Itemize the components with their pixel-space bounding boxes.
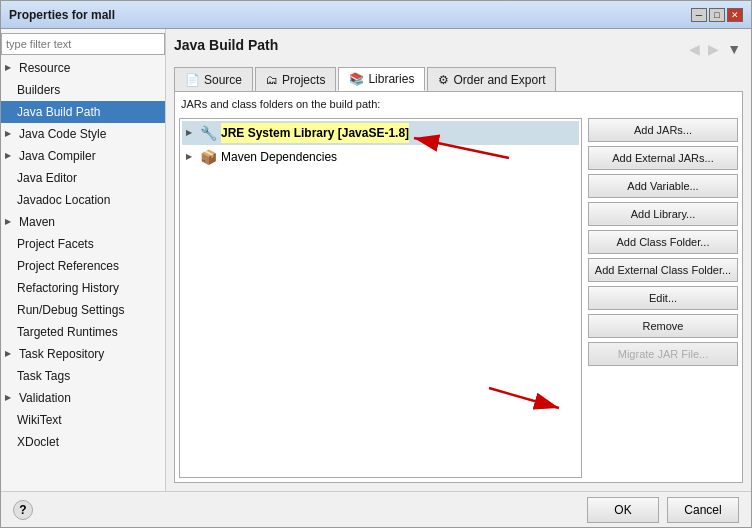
sidebar-item-wikitext[interactable]: WikiText <box>1 409 165 431</box>
close-button[interactable]: ✕ <box>727 8 743 22</box>
add-jars--button[interactable]: Add JARs... <box>588 118 738 142</box>
sidebar-item-xdoclet[interactable]: XDoclet <box>1 431 165 453</box>
sidebar-item-label: Java Compiler <box>19 147 96 165</box>
libraries-tab-icon: 📚 <box>349 72 364 86</box>
sidebar-item-resource[interactable]: ▶Resource <box>1 57 165 79</box>
add-library--button[interactable]: Add Library... <box>588 202 738 226</box>
cancel-button[interactable]: Cancel <box>667 497 739 523</box>
panel-description: JARs and class folders on the build path… <box>179 96 738 112</box>
tree-expand-icon: ▶ <box>186 147 196 167</box>
tab-libraries[interactable]: 📚Libraries <box>338 67 425 91</box>
title-bar: Properties for mall ─ □ ✕ <box>1 1 751 29</box>
dropdown-arrow[interactable]: ▼ <box>725 41 743 57</box>
libraries-panel: JARs and class folders on the build path… <box>174 91 743 483</box>
panel-body: ▶🔧JRE System Library [JavaSE-1.8]▶📦Maven… <box>179 118 738 478</box>
tree-view[interactable]: ▶🔧JRE System Library [JavaSE-1.8]▶📦Maven… <box>179 118 582 478</box>
tab-order-and-export[interactable]: ⚙Order and Export <box>427 67 556 91</box>
tab-source[interactable]: 📄Source <box>174 67 253 91</box>
sidebar: ▶ResourceBuildersJava Build Path▶Java Co… <box>1 29 166 491</box>
expand-arrow-icon: ▶ <box>5 59 15 77</box>
forward-arrow[interactable]: ▶ <box>706 41 721 57</box>
sidebar-item-label: Validation <box>19 389 71 407</box>
sidebar-item-label: Task Tags <box>17 367 70 385</box>
sidebar-item-java-code-style[interactable]: ▶Java Code Style <box>1 123 165 145</box>
add-class-folder--button[interactable]: Add Class Folder... <box>588 230 738 254</box>
sidebar-item-run/debug-settings[interactable]: Run/Debug Settings <box>1 299 165 321</box>
filter-input[interactable] <box>1 33 165 55</box>
tree-item-0[interactable]: ▶🔧JRE System Library [JavaSE-1.8] <box>182 121 579 145</box>
tree-item-label: Maven Dependencies <box>221 147 337 167</box>
sidebar-item-label: Resource <box>19 59 70 77</box>
tree-item-1[interactable]: ▶📦Maven Dependencies <box>182 145 579 169</box>
help-button[interactable]: ? <box>13 500 33 520</box>
sidebar-item-validation[interactable]: ▶Validation <box>1 387 165 409</box>
tree-expand-icon: ▶ <box>186 123 196 143</box>
sidebar-item-label: Java Editor <box>17 169 77 187</box>
sidebar-item-label: Java Build Path <box>17 103 100 121</box>
remove-button[interactable]: Remove <box>588 314 738 338</box>
sidebar-item-label: Refactoring History <box>17 279 119 297</box>
back-arrow[interactable]: ◀ <box>687 41 702 57</box>
sidebar-item-label: Builders <box>17 81 60 99</box>
sidebar-item-builders[interactable]: Builders <box>1 79 165 101</box>
right-panel: Java Build Path ◀ ▶ ▼ 📄Source🗂Projects📚L… <box>166 29 751 491</box>
sidebar-item-task-tags[interactable]: Task Tags <box>1 365 165 387</box>
tree-item-icon: 🔧 <box>200 123 217 143</box>
order and export-tab-icon: ⚙ <box>438 73 449 87</box>
tab-label: Libraries <box>368 72 414 86</box>
sidebar-item-java-build-path[interactable]: Java Build Path <box>1 101 165 123</box>
tree-item-icon: 📦 <box>200 147 217 167</box>
source-tab-icon: 📄 <box>185 73 200 87</box>
sidebar-item-targeted-runtimes[interactable]: Targeted Runtimes <box>1 321 165 343</box>
tabs-container: 📄Source🗂Projects📚Libraries⚙Order and Exp… <box>174 67 743 91</box>
expand-arrow-icon: ▶ <box>5 125 15 143</box>
window-title: Properties for mall <box>9 8 115 22</box>
add-external-jars--button[interactable]: Add External JARs... <box>588 146 738 170</box>
sidebar-item-label: Task Repository <box>19 345 104 363</box>
sidebar-item-javadoc-location[interactable]: Javadoc Location <box>1 189 165 211</box>
bottom-left: ? <box>13 500 33 520</box>
sidebar-item-label: Run/Debug Settings <box>17 301 124 319</box>
expand-arrow-icon: ▶ <box>5 213 15 231</box>
expand-arrow-icon: ▶ <box>5 389 15 407</box>
sidebar-item-label: Java Code Style <box>19 125 106 143</box>
tab-projects[interactable]: 🗂Projects <box>255 67 336 91</box>
tree-item-label: JRE System Library [JavaSE-1.8] <box>221 123 409 143</box>
sidebar-item-label: Project Facets <box>17 235 94 253</box>
panel-title: Java Build Path <box>174 37 278 53</box>
expand-arrow-icon: ▶ <box>5 147 15 165</box>
bottom-right: OK Cancel <box>587 497 739 523</box>
maximize-button[interactable]: □ <box>709 8 725 22</box>
add-external-class-folder--button[interactable]: Add External Class Folder... <box>588 258 738 282</box>
sidebar-item-java-editor[interactable]: Java Editor <box>1 167 165 189</box>
sidebar-item-java-compiler[interactable]: ▶Java Compiler <box>1 145 165 167</box>
sidebar-item-task-repository[interactable]: ▶Task Repository <box>1 343 165 365</box>
sidebar-item-label: Targeted Runtimes <box>17 323 118 341</box>
sidebar-item-label: Javadoc Location <box>17 191 110 209</box>
sidebar-item-project-references[interactable]: Project References <box>1 255 165 277</box>
tab-label: Source <box>204 73 242 87</box>
sidebar-items-container: ▶ResourceBuildersJava Build Path▶Java Co… <box>1 57 165 453</box>
nav-bar: Java Build Path ◀ ▶ ▼ <box>174 37 743 61</box>
ok-button[interactable]: OK <box>587 497 659 523</box>
edit--button[interactable]: Edit... <box>588 286 738 310</box>
action-buttons: Add JARs...Add External JARs...Add Varia… <box>588 118 738 478</box>
sidebar-item-project-facets[interactable]: Project Facets <box>1 233 165 255</box>
sidebar-item-label: WikiText <box>17 411 62 429</box>
nav-arrows: ◀ ▶ ▼ <box>687 41 743 57</box>
main-window: Properties for mall ─ □ ✕ ▶ResourceBuild… <box>0 0 752 528</box>
bottom-bar: ? OK Cancel <box>1 491 751 527</box>
sidebar-item-label: XDoclet <box>17 433 59 451</box>
window-controls: ─ □ ✕ <box>691 8 743 22</box>
content-area: ▶ResourceBuildersJava Build Path▶Java Co… <box>1 29 751 491</box>
add-variable--button[interactable]: Add Variable... <box>588 174 738 198</box>
minimize-button[interactable]: ─ <box>691 8 707 22</box>
sidebar-item-label: Project References <box>17 257 119 275</box>
migrate-jar-file--button: Migrate JAR File... <box>588 342 738 366</box>
sidebar-item-maven[interactable]: ▶Maven <box>1 211 165 233</box>
sidebar-item-refactoring-history[interactable]: Refactoring History <box>1 277 165 299</box>
tab-label: Order and Export <box>453 73 545 87</box>
tab-label: Projects <box>282 73 325 87</box>
sidebar-item-label: Maven <box>19 213 55 231</box>
expand-arrow-icon: ▶ <box>5 345 15 363</box>
